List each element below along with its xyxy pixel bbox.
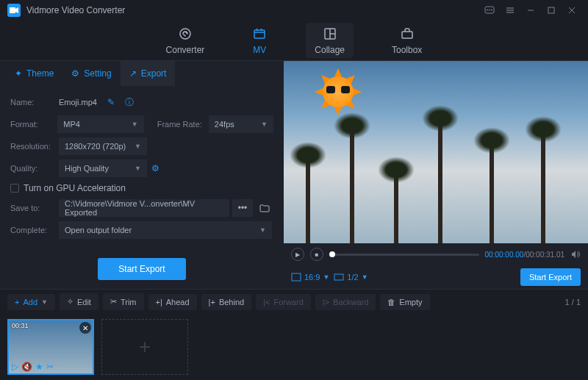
- svg-point-2: [487, 10, 487, 10]
- forward-icon: |<: [263, 298, 270, 306]
- maximize-button[interactable]: [542, 1, 560, 19]
- export-icon: ↗: [129, 68, 137, 79]
- wand-icon: ✧: [67, 297, 74, 306]
- chevron-down-icon: ▼: [135, 165, 141, 172]
- add-clip-button[interactable]: +: [101, 319, 188, 375]
- clip-duration: 00:31: [12, 322, 29, 329]
- minimize-button[interactable]: [522, 1, 539, 19]
- framerate-label: Frame Rate:: [157, 120, 209, 129]
- timeline[interactable]: [329, 254, 479, 256]
- chevron-down-icon: ▼: [362, 273, 368, 281]
- clip-star-icon[interactable]: ★: [35, 362, 43, 372]
- name-label: Name:: [10, 98, 59, 107]
- mv-icon: [251, 26, 268, 42]
- gpu-label: Turn on GPU Acceleration: [24, 183, 126, 193]
- clip-trim-icon[interactable]: ✂: [46, 362, 54, 372]
- scissors-icon: ✂: [110, 297, 117, 306]
- stop-button[interactable]: ■: [310, 248, 323, 261]
- converter-icon: [177, 26, 193, 42]
- chevron-down-icon: ▼: [41, 298, 48, 306]
- chevron-down-icon: ▼: [259, 226, 266, 234]
- close-button[interactable]: [563, 1, 581, 19]
- edit-button[interactable]: ✧Edit: [60, 293, 98, 310]
- app-logo: [7, 4, 21, 17]
- start-export-button-right[interactable]: Start Export: [520, 268, 581, 286]
- info-icon[interactable]: ⓘ: [125, 96, 134, 109]
- tab-export[interactable]: ↗Export: [121, 61, 176, 86]
- gear-icon: ⚙: [71, 68, 79, 79]
- complete-label: Complete:: [10, 226, 59, 234]
- remove-clip-icon[interactable]: ✕: [79, 322, 91, 334]
- chevron-down-icon: ▼: [261, 121, 268, 128]
- page-indicator: 1 / 1: [565, 298, 581, 306]
- svg-rect-13: [254, 30, 265, 38]
- svg-point-12: [180, 29, 190, 39]
- svg-rect-19: [334, 274, 343, 280]
- clip-thumbnails: 00:31 ✕ ▷ 🔇 ★ ✂ +: [0, 314, 588, 380]
- complete-select[interactable]: Open output folder▼: [59, 221, 272, 239]
- svg-rect-0: [10, 7, 15, 13]
- video-preview: [284, 61, 588, 243]
- quality-settings-icon[interactable]: ⚙: [151, 163, 159, 173]
- tab-toolbox[interactable]: Toolbox: [383, 23, 431, 58]
- aspect-bar: 16:9▼ 1/2▼ Start Export: [284, 265, 588, 289]
- edit-name-icon[interactable]: ✎: [107, 97, 115, 107]
- framerate-select[interactable]: 24fps▼: [209, 115, 273, 133]
- svg-rect-18: [292, 273, 301, 281]
- start-export-button[interactable]: Start Export: [98, 258, 185, 280]
- saveto-label: Save to:: [10, 204, 59, 212]
- collage-icon: [322, 26, 338, 42]
- plus-icon: +: [139, 335, 151, 359]
- player-controls: ▶ ■ 00:00:00.00/00:00:31.01: [284, 243, 588, 265]
- volume-icon[interactable]: [570, 249, 581, 259]
- tab-theme[interactable]: ✦Theme: [6, 61, 62, 86]
- tab-converter[interactable]: Converter: [157, 23, 214, 58]
- time-display: 00:00:00.00/00:00:31.01: [485, 251, 564, 259]
- forward-button[interactable]: |<Forward: [256, 294, 311, 310]
- clip-mute-icon[interactable]: 🔇: [21, 362, 32, 372]
- menu-icon[interactable]: [501, 1, 519, 19]
- svg-point-3: [489, 10, 490, 10]
- export-panel: ✦Theme ⚙Setting ↗Export Name: Emoji.mp4 …: [0, 61, 284, 289]
- saveto-path: C:\Vidmore\Vidmore V...onverter\MV Expor…: [59, 199, 229, 217]
- empty-button[interactable]: 🗑Empty: [380, 294, 429, 310]
- backward-button[interactable]: |>Backward: [315, 294, 376, 310]
- zoom-select[interactable]: 1/2▼: [334, 273, 368, 282]
- name-value: Emoji.mp4: [59, 98, 97, 107]
- svg-rect-17: [402, 32, 412, 38]
- format-select[interactable]: MP4▼: [57, 115, 143, 133]
- preview-panel: ▶ ■ 00:00:00.00/00:00:31.01 16:9▼ 1/2▼ S…: [284, 61, 588, 289]
- ahead-button[interactable]: +|Ahead: [148, 294, 197, 310]
- feedback-icon[interactable]: [481, 1, 498, 19]
- resolution-select[interactable]: 1280x720 (720p)▼: [59, 137, 147, 155]
- ahead-icon: +|: [156, 298, 162, 306]
- trash-icon: 🗑: [387, 298, 395, 306]
- playhead[interactable]: [329, 251, 335, 257]
- plus-icon: +: [15, 298, 19, 306]
- open-folder-icon[interactable]: [256, 199, 273, 217]
- backward-icon: |>: [323, 298, 329, 306]
- tab-mv[interactable]: MV: [243, 23, 276, 58]
- aspect-ratio-select[interactable]: 16:9▼: [291, 273, 329, 282]
- chevron-down-icon: ▼: [132, 121, 138, 128]
- toolbox-icon: [399, 26, 415, 42]
- chevron-down-icon: ▼: [135, 143, 141, 150]
- trim-button[interactable]: ✂Trim: [103, 293, 144, 310]
- add-button[interactable]: +Add▼: [7, 294, 55, 310]
- tab-collage[interactable]: Collage: [306, 23, 354, 58]
- quality-select[interactable]: High Quality▼: [59, 159, 147, 177]
- quality-label: Quality:: [10, 164, 59, 173]
- resolution-label: Resolution:: [10, 142, 59, 151]
- app-title: Vidmore Video Converter: [26, 5, 125, 15]
- behind-button[interactable]: |+Behind: [201, 294, 252, 310]
- chevron-down-icon: ▼: [323, 273, 329, 281]
- behind-icon: |+: [209, 298, 215, 306]
- gpu-checkbox[interactable]: [10, 184, 19, 193]
- tab-setting[interactable]: ⚙Setting: [62, 61, 120, 86]
- svg-rect-9: [548, 7, 554, 13]
- clip-thumbnail[interactable]: 00:31 ✕ ▷ 🔇 ★ ✂: [7, 319, 94, 375]
- clip-play-icon[interactable]: ▷: [12, 362, 18, 372]
- play-button[interactable]: ▶: [291, 248, 304, 261]
- format-label: Format:: [10, 120, 57, 129]
- browse-button[interactable]: •••: [232, 199, 253, 217]
